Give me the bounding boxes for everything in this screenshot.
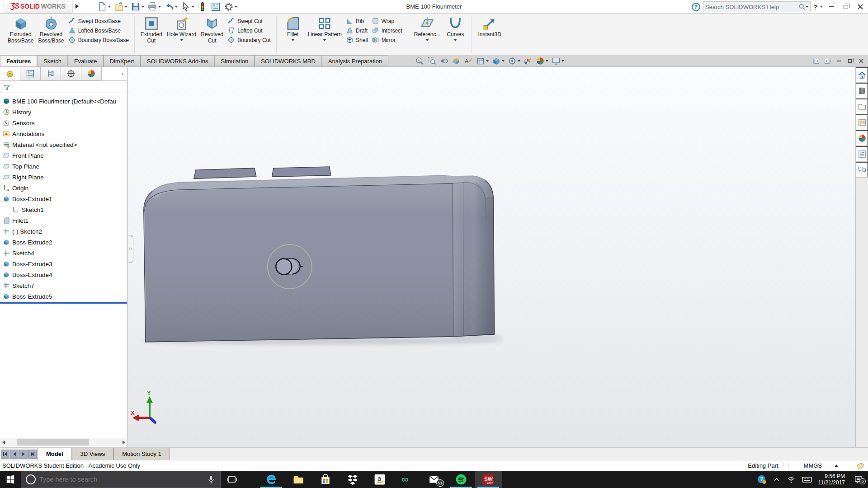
view-tool-button-hide-show-items[interactable] bbox=[507, 56, 521, 66]
taskbar-search-input[interactable] bbox=[39, 476, 203, 483]
ribbon-small-button[interactable]: Shell bbox=[344, 35, 370, 45]
panel-tab-overflow-button[interactable]: › bbox=[102, 67, 127, 80]
panel-collapse-handle[interactable] bbox=[128, 235, 133, 263]
ribbon-big-button[interactable]: Instant3D bbox=[476, 14, 503, 38]
panel-tab-dimxpert-manager[interactable] bbox=[61, 67, 81, 80]
ribbon-small-button[interactable]: Mirror bbox=[370, 35, 404, 45]
model-end-cap[interactable] bbox=[453, 177, 495, 337]
task-pane-tab-design-library[interactable] bbox=[856, 83, 868, 99]
dropdown-caret-icon[interactable] bbox=[561, 60, 564, 62]
view-tool-button-annotation-views[interactable] bbox=[463, 56, 474, 66]
help-menu-button[interactable]: ? bbox=[813, 3, 817, 11]
scroll-right-button[interactable] bbox=[120, 438, 127, 446]
help-circle-icon[interactable]: ? bbox=[692, 3, 700, 11]
qat-button-print[interactable] bbox=[146, 1, 162, 13]
command-tab[interactable]: Evaluate bbox=[68, 55, 104, 66]
scroll-left-button[interactable] bbox=[0, 438, 7, 446]
tree-item[interactable]: Boss-Extrude4 bbox=[0, 269, 127, 280]
pane-right-icon[interactable] bbox=[823, 57, 831, 65]
prev-tab-button[interactable] bbox=[10, 450, 19, 459]
command-tab[interactable]: SOLIDWORKS Add-Ins bbox=[141, 55, 215, 66]
ribbon-small-button[interactable]: Boundary Cut bbox=[226, 35, 272, 45]
tree-item[interactable]: Sensors bbox=[0, 117, 127, 128]
network-wifi-icon[interactable] bbox=[787, 475, 796, 484]
dropdown-caret-icon[interactable] bbox=[453, 39, 457, 41]
tree-item[interactable]: Front Plane bbox=[0, 150, 127, 161]
panel-tab-property-manager[interactable] bbox=[20, 67, 41, 80]
ribbon-big-button[interactable]: Fillet bbox=[280, 14, 306, 42]
tree-item[interactable]: Boss-Extrude1 bbox=[0, 193, 127, 204]
tree-item[interactable]: Material <not specified> bbox=[0, 139, 127, 150]
dropdown-caret-icon[interactable] bbox=[425, 39, 429, 41]
window-minimize-button[interactable] bbox=[826, 1, 837, 12]
dropdown-caret-icon[interactable] bbox=[518, 60, 520, 62]
tree-item[interactable]: (-) Sketch2 bbox=[0, 226, 127, 237]
ribbon-small-button[interactable]: Rib bbox=[344, 16, 370, 26]
model-top-tab[interactable] bbox=[272, 167, 331, 177]
tray-help-icon[interactable] bbox=[757, 474, 767, 484]
dropdown-caret-icon[interactable] bbox=[108, 6, 111, 8]
taskbar-app-infinity-app[interactable] bbox=[393, 471, 420, 488]
qat-button-save[interactable] bbox=[129, 1, 146, 13]
ribbon-small-button[interactable]: Boundary Boss/Base bbox=[66, 35, 131, 45]
command-tab[interactable]: Sketch bbox=[37, 55, 68, 66]
panel-tab-featuremanager-tree[interactable] bbox=[0, 67, 20, 80]
view-tool-button-apply-scene[interactable] bbox=[535, 56, 549, 66]
view-tool-button-previous-view[interactable] bbox=[439, 56, 449, 66]
command-tab[interactable]: Features bbox=[0, 55, 37, 66]
units-label[interactable]: MMGS bbox=[804, 462, 822, 469]
tree-item[interactable]: Boss-Extrude5 bbox=[0, 291, 127, 302]
panel-tab-configuration-manager[interactable] bbox=[41, 67, 61, 80]
view-tool-button-edit-appearance[interactable] bbox=[523, 56, 533, 66]
graphics-viewport[interactable]: Y X bbox=[128, 67, 855, 447]
tree-item[interactable]: Top Plane bbox=[0, 161, 127, 172]
ribbon-big-button[interactable]: RevolvedCut bbox=[198, 14, 226, 44]
scrollbar-thumb[interactable] bbox=[17, 439, 89, 446]
ribbon-big-button[interactable]: Hole Wizard bbox=[165, 14, 198, 44]
dropdown-caret-icon[interactable] bbox=[175, 6, 178, 8]
task-pane-tab-file-explorer[interactable] bbox=[856, 99, 868, 114]
panel-tab-display-manager[interactable] bbox=[81, 67, 102, 80]
window-restore-button[interactable] bbox=[840, 1, 852, 12]
ribbon-small-button[interactable]: Swept Boss/Base bbox=[66, 16, 131, 26]
dropdown-caret-icon[interactable] bbox=[486, 60, 489, 62]
taskbar-app-file-explorer[interactable] bbox=[285, 471, 312, 488]
next-tab-button[interactable] bbox=[19, 450, 28, 459]
taskbar-clock[interactable]: 9:56 PM 11/21/2017 bbox=[818, 473, 845, 486]
panel-horizontal-scrollbar[interactable] bbox=[0, 438, 127, 446]
command-tab[interactable]: DimXpert bbox=[104, 55, 141, 66]
hidden-icons-chevron[interactable] bbox=[773, 475, 781, 483]
cortana-icon[interactable] bbox=[26, 474, 36, 484]
tree-item[interactable]: Sketch4 bbox=[0, 248, 127, 258]
dropdown-caret-icon[interactable] bbox=[142, 6, 144, 8]
help-search-input[interactable] bbox=[705, 4, 798, 10]
taskbar-app-solidworks[interactable] bbox=[475, 471, 502, 488]
doc-minimize-button[interactable] bbox=[835, 57, 843, 65]
view-tool-button-zoom-to-area[interactable] bbox=[426, 56, 437, 66]
ribbon-small-button[interactable]: Draft bbox=[344, 26, 370, 35]
tree-item[interactable]: Fillet1 bbox=[0, 215, 127, 226]
doc-close-button[interactable] bbox=[857, 57, 865, 65]
qat-button-rebuild[interactable] bbox=[196, 1, 209, 13]
tree-item[interactable]: Right Plane bbox=[0, 172, 127, 183]
taskbar-app-edge[interactable] bbox=[258, 471, 285, 488]
qat-button-options[interactable] bbox=[222, 1, 239, 13]
units-caret-icon[interactable] bbox=[835, 465, 838, 467]
qat-button-select[interactable] bbox=[179, 1, 196, 13]
tree-item[interactable]: Sketch1 bbox=[0, 204, 127, 215]
study-tab[interactable]: Motion Study 1 bbox=[113, 448, 170, 460]
dropdown-caret-icon[interactable] bbox=[323, 39, 326, 41]
status-tag-icon[interactable] bbox=[856, 462, 864, 470]
ribbon-big-button[interactable]: Curves bbox=[443, 14, 468, 42]
search-scope-caret-icon[interactable] bbox=[806, 6, 808, 8]
ribbon-small-button[interactable]: Swept Cut bbox=[226, 16, 272, 26]
taskbar-app-mail[interactable]: 51 bbox=[420, 471, 448, 488]
ribbon-big-button[interactable]: ExtrudedBoss/Base bbox=[5, 14, 36, 44]
qat-button-file-properties[interactable] bbox=[209, 1, 222, 13]
microphone-icon[interactable] bbox=[207, 475, 216, 484]
tree-item[interactable]: Origin bbox=[0, 183, 127, 193]
dropdown-caret-icon[interactable] bbox=[180, 39, 184, 41]
study-tab[interactable]: 3D Views bbox=[72, 448, 114, 460]
ribbon-small-button[interactable]: Intersect bbox=[370, 26, 404, 35]
task-pane-tab-appearances-scenes[interactable] bbox=[856, 130, 868, 146]
